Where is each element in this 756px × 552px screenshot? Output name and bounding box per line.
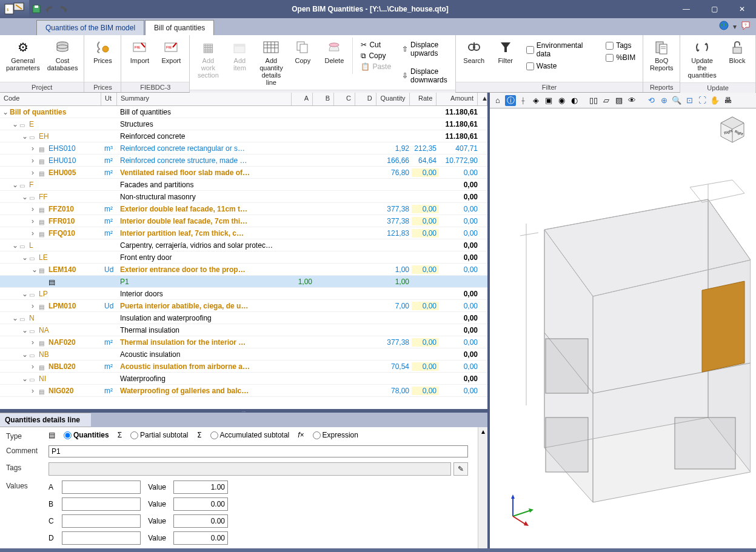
delete-button[interactable]: Delete	[319, 38, 349, 65]
export-button[interactable]: FIEExport	[156, 38, 186, 65]
displace-up-button[interactable]: ⇧Displace upwards	[400, 40, 449, 58]
add-quantity-line-button[interactable]: Add quantitydetails line	[256, 38, 286, 87]
tree-row[interactable]: ›LPM010UdPuerta interior abatible, ciega…	[0, 300, 487, 312]
tree-row[interactable]: ⌄FFacades and partitions0,00	[0, 179, 487, 191]
wireframe-icon[interactable]: ◉	[556, 95, 567, 106]
measure-icon[interactable]: ▱	[601, 95, 612, 106]
tree-row[interactable]: ›NBL020m²Acoustic insulation from airbor…	[0, 361, 487, 373]
expander-icon[interactable]: ›	[32, 302, 39, 310]
expander-icon[interactable]: ›	[32, 387, 39, 395]
pan-icon[interactable]: ✋	[709, 95, 720, 106]
update-quantities-button[interactable]: Update thequantities	[684, 38, 720, 80]
import-button[interactable]: FIEImport	[125, 38, 154, 65]
value-D-input[interactable]	[62, 531, 141, 545]
3d-viewport[interactable]: RightRight	[490, 108, 756, 548]
tree-row[interactable]: ⌄NAThermal insulation0,00	[0, 324, 487, 336]
radio-partial[interactable]: Partial subtotal	[130, 431, 188, 439]
waste-checkbox[interactable]: Waste	[526, 62, 596, 70]
orbit-icon[interactable]: ⟲	[646, 95, 657, 106]
boq-reports-button[interactable]: BoQReports	[647, 38, 676, 73]
value-A-value-input[interactable]	[173, 481, 228, 494]
tree-row[interactable]: ⌄FFNon-structural masonry0,00	[0, 191, 487, 203]
tags-checkbox[interactable]: Tags	[606, 41, 635, 50]
tree-row[interactable]: ⌄NBAcoustic insulation0,00	[0, 348, 487, 361]
expander-icon[interactable]: ›	[32, 362, 39, 371]
value-C-value-input[interactable]	[173, 514, 228, 528]
tree-row[interactable]: ›FFR010m²Interior double leaf facade, 7c…	[0, 215, 487, 227]
expander-icon[interactable]: ⌄	[22, 193, 29, 201]
value-C-input[interactable]	[62, 514, 141, 528]
cut-mini-button[interactable]: ✂Cut	[359, 40, 393, 50]
undo-icon[interactable]	[45, 4, 55, 14]
expander-icon[interactable]: ›	[32, 338, 39, 347]
expander-icon[interactable]: ⌄	[12, 120, 19, 128]
tree-row[interactable]: ⌄NIWaterproofing0,00	[0, 373, 487, 385]
expander-icon[interactable]: ›	[32, 229, 39, 238]
env-data-checkbox[interactable]: Environmental data	[526, 41, 596, 58]
expander-icon[interactable]: ⌄	[12, 181, 19, 189]
radio-accumulated[interactable]: Accumulated subtotal	[210, 431, 290, 439]
maximize-button[interactable]: ▢	[700, 0, 728, 18]
box-icon[interactable]: ▣	[543, 95, 554, 106]
tab-boq[interactable]: Bill of quantities	[145, 20, 214, 35]
add-item-button[interactable]: Additem	[225, 38, 254, 73]
person-icon[interactable]: ⟊	[518, 95, 529, 106]
displace-down-button[interactable]: ⇩Displace downwards	[400, 67, 449, 85]
tree-row[interactable]: ⌄EHReinforced concrete11.180,61	[0, 130, 487, 142]
prices-button[interactable]: Prices	[88, 38, 117, 65]
expander-icon[interactable]: ⌄	[22, 290, 29, 298]
add-work-section-button[interactable]: ▦Add worksection	[193, 38, 222, 80]
tags-input[interactable]	[49, 462, 451, 476]
expander-icon[interactable]: ⌄	[12, 241, 19, 250]
tree-row[interactable]: ⌄LCarpentry, cerrajería, vidrios and sol…	[0, 239, 487, 251]
boq-tree[interactable]: ⌄Bill of quantitiesBill of quantities11.…	[0, 106, 487, 409]
home-icon[interactable]: ⌂	[492, 95, 503, 106]
value-B-value-input[interactable]	[173, 497, 228, 511]
expander-icon[interactable]: ⌄	[12, 314, 19, 322]
copy-button[interactable]: Copy	[288, 38, 317, 65]
app-icon[interactable]: $	[0, 0, 29, 18]
minimize-button[interactable]: ―	[672, 0, 700, 18]
tree-row[interactable]: ⌄LPInterior doors0,00	[0, 288, 487, 300]
help-icon[interactable]: ?	[740, 20, 751, 33]
cube-icon[interactable]: ◈	[530, 95, 541, 106]
fit-icon[interactable]: ⛶	[697, 95, 707, 106]
value-A-input[interactable]	[62, 481, 141, 494]
details-scrollbar[interactable]: ▴	[478, 427, 487, 548]
expander-icon[interactable]: ›	[32, 205, 39, 213]
tree-row[interactable]: ›NIG020m²Waterproofing of galleries and …	[0, 385, 487, 397]
block-button[interactable]: Block	[723, 38, 752, 65]
rotate-icon[interactable]: ⊕	[658, 95, 669, 106]
tree-row[interactable]: ›EHU005m²Ventilated raised floor slab ma…	[0, 167, 487, 179]
tree-row[interactable]: ›FFQ010m²Interior partition leaf, 7cm th…	[0, 227, 487, 239]
shadow-icon[interactable]: ◐	[569, 95, 580, 106]
bim-checkbox[interactable]: %BIM	[606, 53, 635, 62]
expander-icon[interactable]: ⌄	[22, 132, 29, 141]
expander-icon[interactable]: ›	[32, 168, 39, 177]
expander-icon[interactable]: ⌄	[22, 326, 29, 334]
tree-row[interactable]: ›FFZ010m²Exterior double leaf facade, 11…	[0, 203, 487, 215]
radio-expression[interactable]: Expression	[313, 431, 358, 439]
section-icon[interactable]: ▨	[614, 95, 624, 106]
tree-row[interactable]: ⌄NInsulation and waterproofing0,00	[0, 312, 487, 324]
expander-icon[interactable]: ›	[32, 156, 39, 165]
zoom-icon[interactable]: 🔍	[671, 95, 682, 106]
save-icon[interactable]	[32, 4, 41, 14]
tab-model[interactable]: Quantities of the BIM model	[36, 20, 144, 35]
close-button[interactable]: ✕	[728, 0, 756, 18]
tree-row[interactable]: ›EHU010m²Reinforced concrete structure, …	[0, 155, 487, 167]
print-icon[interactable]: 🖶	[722, 95, 733, 106]
tree-row[interactable]: ⌄LEM140UdExterior entrance door to the p…	[0, 264, 487, 276]
expander-icon[interactable]: ›	[32, 217, 39, 225]
search-button[interactable]: Search	[460, 38, 489, 65]
radio-quantities[interactable]: Quantities	[64, 431, 109, 439]
tree-row[interactable]: ⌄LEFront entry door0,00	[0, 251, 487, 264]
general-parameters-button[interactable]: ⚙Generalparameters	[4, 38, 42, 73]
globe-icon[interactable]	[718, 20, 729, 33]
comment-input[interactable]	[49, 445, 468, 457]
expander-icon[interactable]: ⌄	[22, 374, 29, 383]
expander-icon[interactable]: ⌄	[22, 253, 29, 262]
tree-row[interactable]: ›NAF020m²Thermal insulation for the inte…	[0, 336, 487, 348]
filter-button[interactable]: Filter	[491, 38, 520, 65]
paste-mini-button[interactable]: 📋Paste	[359, 62, 393, 71]
